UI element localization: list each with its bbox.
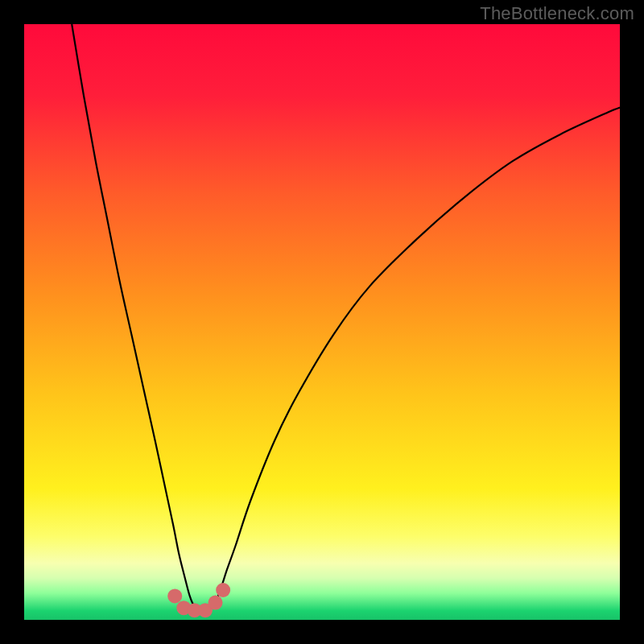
trough-marker [216,583,230,597]
watermark-text: TheBottleneck.com [480,3,634,24]
chart-frame: TheBottleneck.com [0,0,644,644]
bottleneck-chart [24,24,620,620]
trough-marker [208,596,223,610]
trough-marker [167,588,182,603]
plot-background [24,24,620,620]
